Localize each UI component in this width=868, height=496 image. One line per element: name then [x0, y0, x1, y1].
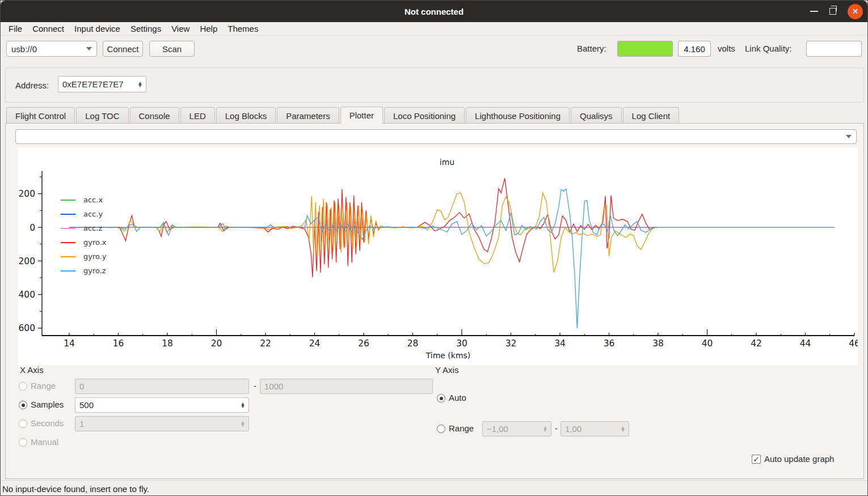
tab-bar: Flight ControlLog TOCConsoleLEDLog Block…: [6, 107, 680, 124]
svg-text:40: 40: [702, 338, 713, 349]
y-range-to-spinbox[interactable]: 1,00 ▲▼: [561, 421, 629, 436]
x-range-label: Range: [31, 381, 56, 391]
legend-swatch: [61, 228, 75, 229]
tab-console[interactable]: Console: [130, 107, 179, 124]
svg-text:20: 20: [211, 338, 222, 349]
menu-item-settings[interactable]: Settings: [125, 24, 166, 33]
minimize-icon[interactable]: [810, 11, 818, 12]
svg-text:38: 38: [652, 338, 664, 349]
imu-plot-canvas[interactable]: imu 141618202224262830323436384042444620…: [18, 147, 858, 365]
connection-uri-select[interactable]: usb://0: [6, 41, 97, 57]
menu-item-connect[interactable]: Connect: [27, 24, 69, 33]
svg-text:-200: -200: [18, 256, 35, 266]
spin-down-icon[interactable]: ▼: [138, 84, 143, 87]
tab-led[interactable]: LED: [180, 107, 215, 124]
menu-item-help[interactable]: Help: [195, 24, 222, 33]
x-axis-group-title: X Axis: [20, 365, 44, 375]
range-dash: -: [555, 423, 558, 433]
y-range-label: Range: [449, 423, 474, 433]
log-config-select[interactable]: [15, 129, 857, 144]
svg-text:-600: -600: [18, 323, 35, 333]
spin-down-icon[interactable]: ▼: [241, 424, 246, 427]
restore-icon[interactable]: [829, 8, 836, 15]
x-seconds-radio[interactable]: [19, 419, 27, 428]
svg-text:44: 44: [800, 338, 811, 349]
y-axis-group-title: Y Axis: [435, 365, 458, 375]
scan-button[interactable]: Scan: [149, 41, 195, 57]
x-manual-radio[interactable]: [19, 438, 27, 447]
tab-qualisys[interactable]: Qualisys: [571, 107, 622, 124]
window-title: Not connected: [404, 7, 464, 16]
menu-item-view[interactable]: View: [166, 24, 195, 33]
spin-down-icon[interactable]: ▼: [241, 405, 246, 408]
menu-item-input-device[interactable]: Input device: [69, 24, 125, 33]
toolbar: usb://0 Connect Scan Battery: 4.160 volt…: [1, 36, 867, 63]
link-quality-label: Link Quality:: [745, 44, 792, 53]
legend-swatch: [61, 270, 75, 272]
svg-text:26: 26: [358, 338, 369, 349]
y-auto-label: Auto: [449, 393, 466, 402]
svg-text:Time (kms): Time (kms): [425, 351, 471, 360]
legend-item-acc-x: acc.x: [61, 193, 107, 207]
x-seconds-label: Seconds: [31, 418, 64, 428]
tab-lighthouse-positioning[interactable]: Lighthouse Positioning: [466, 107, 570, 124]
tab-parameters[interactable]: Parameters: [277, 107, 339, 124]
legend-item-acc-y: acc.y: [61, 207, 107, 221]
spin-down-icon[interactable]: ▼: [621, 429, 626, 432]
legend-label: acc.z: [83, 224, 102, 232]
menu-item-themes[interactable]: Themes: [222, 24, 263, 33]
tab-log-blocks[interactable]: Log Blocks: [216, 107, 276, 124]
legend-item-gyro-z: gyro.z: [61, 264, 107, 278]
svg-text:-400: -400: [18, 290, 35, 300]
y-range-radio[interactable]: [437, 425, 445, 433]
menu-bar: FileConnectInput deviceSettingsViewHelpT…: [1, 22, 867, 36]
legend-label: gyro.y: [83, 252, 107, 261]
x-manual-label: Manual: [31, 437, 58, 447]
close-icon[interactable]: ✕: [848, 4, 863, 19]
legend-swatch: [61, 214, 75, 215]
series-gyro-x: [69, 178, 657, 277]
svg-text:32: 32: [505, 338, 517, 349]
x-range-from-field[interactable]: 0: [75, 379, 249, 394]
menu-item-file[interactable]: File: [3, 24, 27, 33]
svg-text:36: 36: [604, 338, 615, 349]
address-spinbox[interactable]: 0xE7E7E7E7E7 ▲▼: [58, 76, 146, 92]
connection-uri-value: usb://0: [11, 44, 37, 54]
plot-legend: acc.xacc.yacc.zgyro.xgyro.ygyro.z: [61, 193, 107, 278]
spin-down-icon[interactable]: ▼: [543, 429, 548, 432]
status-message: No input-device found, insert one to fly…: [1, 484, 149, 494]
svg-text:14: 14: [64, 338, 75, 349]
address-value: 0xE7E7E7E7E7: [58, 79, 136, 89]
x-samples-radio[interactable]: [19, 401, 27, 409]
chevron-down-icon: [846, 135, 852, 138]
svg-text:46: 46: [849, 338, 858, 349]
auto-update-checkbox[interactable]: ✓: [752, 455, 761, 464]
tab-plotter[interactable]: Plotter: [340, 107, 383, 124]
svg-text:34: 34: [554, 338, 566, 349]
application-window: Not connected ✕ FileConnectInput deviceS…: [0, 0, 868, 496]
svg-text:28: 28: [407, 338, 419, 349]
tab-log-client[interactable]: Log Client: [623, 107, 680, 124]
x-range-radio[interactable]: [19, 382, 27, 391]
connect-button[interactable]: Connect: [103, 41, 143, 57]
series-gyro-z: [69, 189, 835, 328]
legend-item-gyro-y: gyro.y: [61, 249, 107, 264]
legend-label: acc.x: [83, 196, 103, 204]
battery-progressbar: [617, 41, 673, 57]
svg-text:22: 22: [260, 338, 271, 349]
volts-label: volts: [718, 44, 735, 53]
y-auto-radio[interactable]: [437, 394, 445, 402]
auto-update-label: Auto update graph: [764, 454, 834, 464]
tab-loco-positioning[interactable]: Loco Positioning: [384, 107, 465, 124]
link-quality-progressbar: [806, 41, 862, 57]
x-samples-spinbox[interactable]: 500 ▲▼: [75, 397, 249, 413]
tab-flight-control[interactable]: Flight Control: [6, 107, 75, 124]
legend-item-acc-z: acc.z: [61, 221, 107, 235]
x-range-to-field[interactable]: 1000: [260, 379, 433, 394]
x-seconds-spinbox[interactable]: 1 ▲▼: [75, 416, 249, 431]
y-range-from-spinbox[interactable]: −1,00 ▲▼: [482, 421, 551, 436]
svg-text:16: 16: [113, 338, 124, 349]
tab-log-toc[interactable]: Log TOC: [76, 107, 128, 124]
plot-svg: 14161820222426283032343638404244462000-2…: [18, 147, 858, 365]
title-bar[interactable]: Not connected ✕: [1, 1, 867, 22]
